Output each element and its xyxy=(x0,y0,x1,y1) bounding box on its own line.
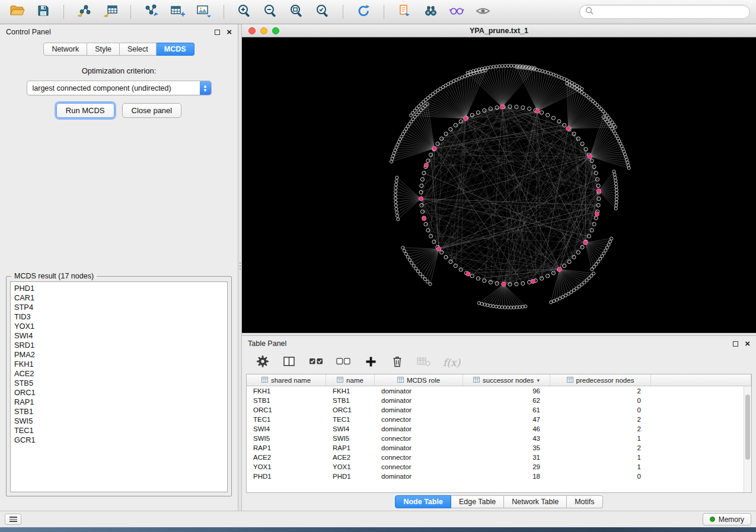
node-table: shared namenameMCDS rolesuccessor nodes▾… xyxy=(246,374,752,493)
toolbar-separator xyxy=(343,5,343,19)
table-cell: RAP1 xyxy=(247,444,326,451)
column-header-predecessor-nodes[interactable]: predecessor nodes xyxy=(550,374,651,386)
table-scrollbar-thumb[interactable] xyxy=(745,395,750,460)
float-panel-icon[interactable] xyxy=(215,30,220,35)
tab-select[interactable]: Select xyxy=(120,43,157,56)
mcds-result-node[interactable]: STB5 xyxy=(14,379,224,388)
table-row[interactable]: STB1STB1dominator620 xyxy=(247,396,744,405)
function-builder-icon: f(x) xyxy=(443,357,460,368)
table-row[interactable]: FKH1FKH1dominator962 xyxy=(247,386,744,396)
export-image-button[interactable] xyxy=(192,2,215,21)
add-column-button[interactable] xyxy=(363,354,378,371)
import-network-button[interactable] xyxy=(73,2,95,21)
search-network-button[interactable] xyxy=(419,2,442,21)
tab-motifs[interactable]: Motifs xyxy=(567,495,602,508)
mcds-result-node[interactable]: SWI4 xyxy=(14,331,224,341)
table-row[interactable]: ORC1ORC1dominator610 xyxy=(247,405,744,415)
close-panel-icon[interactable]: × xyxy=(227,29,232,35)
zoom-out-button[interactable] xyxy=(259,2,282,21)
panel-menu-button[interactable] xyxy=(5,514,21,525)
delete-column-trash-button[interactable] xyxy=(390,354,405,371)
table-row[interactable]: SWI5SWI5connector431 xyxy=(247,434,744,443)
mcds-result-node[interactable]: RAP1 xyxy=(14,398,224,407)
mcds-result-list[interactable]: PHD1CAR1STP4TID3YOX1SWI4SRD1PMA2FKH1ACE2… xyxy=(10,281,228,492)
mcds-result-node[interactable]: YOX1 xyxy=(14,322,224,331)
table-cell: 47 xyxy=(463,416,550,423)
table-row[interactable]: YOX1YOX1connector291 xyxy=(247,462,744,472)
optimization-criterion-select[interactable]: largest connected component (undirected)… xyxy=(27,81,212,95)
search-box[interactable] xyxy=(579,5,750,19)
mcds-result-node[interactable]: SRD1 xyxy=(14,341,224,350)
table-row[interactable]: PHD1PHD1dominator180 xyxy=(247,472,744,481)
mcds-result-node[interactable]: CAR1 xyxy=(14,293,224,303)
float-table-panel-icon[interactable] xyxy=(733,341,738,347)
table-row[interactable]: TEC1TEC1connector472 xyxy=(247,415,744,424)
control-panel: Control Panel × NetworkStyleSelectMCDS O… xyxy=(0,24,238,511)
table-header-row: shared namenameMCDS rolesuccessor nodes▾… xyxy=(247,374,751,386)
memory-button[interactable]: Memory xyxy=(703,513,751,525)
show-hide-eye-button[interactable] xyxy=(471,2,494,21)
table-cell: FKH1 xyxy=(247,387,326,395)
column-header-name[interactable]: name xyxy=(326,374,375,386)
open-file-button[interactable] xyxy=(6,2,28,21)
table-row[interactable]: RAP1RAP1dominator352 xyxy=(247,443,744,453)
column-layout-button[interactable] xyxy=(282,354,297,371)
close-table-panel-icon[interactable]: × xyxy=(745,341,750,347)
tab-mcds[interactable]: MCDS xyxy=(157,43,194,56)
table-cell: 43 xyxy=(463,435,550,442)
mcds-result-node[interactable]: GCR1 xyxy=(14,435,224,445)
mcds-result-node[interactable]: ACE2 xyxy=(14,369,224,379)
zoom-selected-button[interactable] xyxy=(311,2,334,21)
table-scrollbar[interactable] xyxy=(744,386,751,492)
table-cell: TEC1 xyxy=(247,416,326,423)
column-label: shared name xyxy=(271,377,311,384)
import-table-button[interactable] xyxy=(99,2,122,21)
column-header-shared-name[interactable]: shared name xyxy=(247,374,326,386)
refresh-button[interactable] xyxy=(352,2,375,21)
mcds-result-node[interactable]: TID3 xyxy=(14,312,224,322)
mcds-result-node[interactable]: ORC1 xyxy=(14,388,224,398)
deselect-all-checkbox-button[interactable] xyxy=(336,354,352,371)
vizmapper-glasses-button[interactable] xyxy=(445,2,468,21)
run-mcds-button[interactable]: Run MCDS xyxy=(56,103,114,118)
tab-node-table[interactable]: Node Table xyxy=(395,495,451,508)
tab-network-table[interactable]: Network Table xyxy=(504,495,567,508)
copy-document-button[interactable] xyxy=(393,2,416,21)
mcds-result-node[interactable]: TEC1 xyxy=(14,426,224,435)
tab-network[interactable]: Network xyxy=(43,43,87,56)
table-cell: 2 xyxy=(550,444,651,451)
selected-criterion: largest connected component (undirected) xyxy=(33,84,171,92)
close-panel-button[interactable]: Close panel xyxy=(122,103,182,118)
table-cell: SWI5 xyxy=(247,435,326,442)
table-cell: ACE2 xyxy=(326,454,375,461)
table-panel: Table Panel × f(x) shared namenameMCDS r… xyxy=(242,336,756,511)
zoom-fit-button[interactable] xyxy=(285,2,308,21)
table-row[interactable]: SWI4SWI4dominator462 xyxy=(247,424,744,434)
mcds-result-node[interactable]: STB1 xyxy=(14,407,224,416)
save-session-button[interactable] xyxy=(32,2,55,21)
export-network-button[interactable] xyxy=(140,2,162,21)
zoom-out-icon xyxy=(263,4,279,21)
column-header-successor-nodes[interactable]: successor nodes▾ xyxy=(463,374,550,386)
mcds-result-node[interactable]: STP4 xyxy=(14,303,224,312)
mcds-result-node[interactable]: PMA2 xyxy=(14,350,224,360)
copy-document-icon xyxy=(397,4,412,20)
vertical-splitter[interactable] xyxy=(238,24,242,511)
table-tabs: Node TableEdge TableNetwork TableMotifs xyxy=(395,495,602,508)
search-input[interactable] xyxy=(597,8,744,16)
tab-style[interactable]: Style xyxy=(87,43,120,56)
zoom-in-button[interactable] xyxy=(233,2,256,21)
column-header-mcds-role[interactable]: MCDS role xyxy=(375,374,463,386)
export-table-button[interactable] xyxy=(166,2,189,21)
mcds-result-node[interactable]: PHD1 xyxy=(14,284,224,293)
table-body: FKH1FKH1dominator962STB1STB1dominator620… xyxy=(247,386,744,492)
table-row[interactable]: ACE2ACE2connector311 xyxy=(247,453,744,462)
table-cell: SWI4 xyxy=(326,425,375,432)
network-canvas[interactable] xyxy=(242,37,756,333)
mcds-result-node[interactable]: FKH1 xyxy=(14,360,224,369)
table-settings-gear-button[interactable] xyxy=(255,354,270,371)
tab-edge-table[interactable]: Edge Table xyxy=(451,495,504,508)
mcds-result-node[interactable]: SWI5 xyxy=(14,416,224,426)
select-all-checkbox-button[interactable] xyxy=(308,354,324,371)
mcds-tab-content: Optimization criterion: largest connecte… xyxy=(0,58,238,511)
